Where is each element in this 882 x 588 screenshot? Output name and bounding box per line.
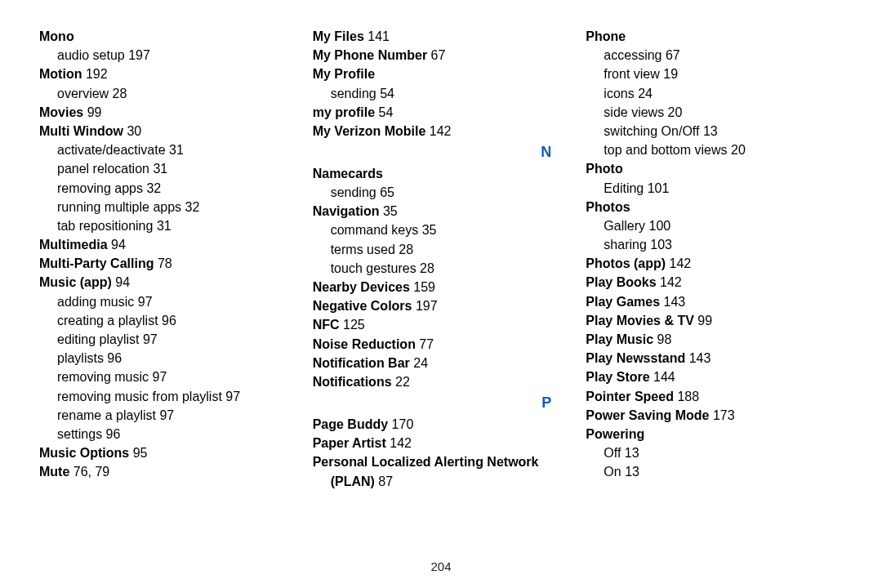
index-label: sending xyxy=(331,87,376,100)
index-label: Notifications xyxy=(313,375,392,389)
index-label: Nearby Devices xyxy=(313,280,410,294)
index-entry: My Files 141 xyxy=(313,27,570,46)
index-label: Play Books xyxy=(586,275,656,289)
index-page-ref: 192 xyxy=(86,67,108,81)
index-label: Personal Localized Alerting Network xyxy=(313,455,539,469)
index-label: My Verizon Mobile xyxy=(313,124,426,138)
index-subentry: On 13 xyxy=(586,462,843,481)
index-page-ref: 99 xyxy=(87,105,102,119)
index-label: removing music from playlist xyxy=(57,390,222,403)
index-entry: Play Store 144 xyxy=(586,368,843,386)
index-subentry: rename a playlist 97 xyxy=(39,406,296,425)
index-subentry: accessing 67 xyxy=(586,46,843,65)
index-page-ref: 142 xyxy=(660,275,682,289)
index-page-ref: 144 xyxy=(653,370,675,384)
index-label: Noise Reduction xyxy=(313,337,416,351)
index-page-ref: 141 xyxy=(368,29,390,43)
index-label: icons xyxy=(604,87,634,100)
index-page-ref: 97 xyxy=(225,390,240,403)
index-page-ref: 99 xyxy=(697,314,712,327)
index-label: Editing xyxy=(604,181,644,195)
index-label: Movies xyxy=(39,105,83,119)
index-page-ref: 13 xyxy=(625,465,639,479)
index-page-ref: 96 xyxy=(162,314,176,327)
index-entry: Paper Artist 142 xyxy=(313,434,570,452)
index-subentry: overview 28 xyxy=(39,84,296,103)
index-subentry: panel relocation 31 xyxy=(39,159,296,178)
index-section-letter: P xyxy=(313,391,570,415)
index-subentry: Gallery 100 xyxy=(586,216,843,235)
index-page-ref: 97 xyxy=(159,408,174,422)
index-page-ref: 142 xyxy=(670,256,692,270)
index-page-ref: 30 xyxy=(127,124,141,138)
index-label: Powering xyxy=(586,427,644,441)
index-page-ref: 67 xyxy=(431,48,446,62)
index-subentry: front view 19 xyxy=(586,65,843,83)
index-subentry: tab repositioning 31 xyxy=(39,216,296,235)
index-label: Paper Artist xyxy=(313,436,386,450)
index-page-ref: 67 xyxy=(666,48,680,62)
index-entry: Play Newsstand 143 xyxy=(586,349,843,368)
index-label: sending xyxy=(331,185,376,199)
index-entry: Play Music 98 xyxy=(586,330,843,349)
index-page-ref: 125 xyxy=(343,318,365,332)
index-label: Negative Colors xyxy=(313,299,412,313)
index-section-letter: N xyxy=(313,140,570,164)
index-label: my profile xyxy=(313,105,375,119)
index-page-ref: 87 xyxy=(378,474,393,488)
index-entry: Pointer Speed 188 xyxy=(586,387,843,406)
index-subentry: terms used 28 xyxy=(313,240,570,259)
index-label: Multimedia xyxy=(39,238,108,252)
index-page-ref: 31 xyxy=(153,162,167,176)
index-entry: Play Movies & TV 99 xyxy=(586,311,843,330)
index-label: command keys xyxy=(331,223,419,237)
index-page-ref: 97 xyxy=(138,295,153,309)
index-entry: Photos xyxy=(586,198,843,216)
index-label: panel relocation xyxy=(57,162,149,176)
index-label: switching On/Off xyxy=(604,124,699,138)
index-label: activate/deactivate xyxy=(57,143,166,157)
index-subentry: activate/deactivate 31 xyxy=(39,140,296,159)
index-label: terms used xyxy=(331,243,395,256)
index-label: Multi-Party Calling xyxy=(39,256,154,270)
index-subentry: touch gestures 28 xyxy=(313,259,570,278)
index-page-ref: 32 xyxy=(146,181,161,195)
index-page-ref: 20 xyxy=(731,143,746,157)
index-entry: Power Saving Mode 173 xyxy=(586,406,843,425)
index-page-ref: 28 xyxy=(113,87,127,100)
index-entry: Namecards xyxy=(313,164,570,183)
index-label: Pointer Speed xyxy=(586,390,674,403)
index-entry: Negative Colors 197 xyxy=(313,296,570,315)
index-page-ref: 78 xyxy=(158,256,172,270)
index-subentry: command keys 35 xyxy=(313,220,570,239)
index-label: Play Movies & TV xyxy=(586,314,694,327)
index-page-ref: 197 xyxy=(128,48,150,62)
index-entry: Play Books 142 xyxy=(586,273,843,292)
index-page-ref: 98 xyxy=(657,332,672,346)
index-page-ref: 142 xyxy=(430,124,452,138)
index-page-ref: 28 xyxy=(399,243,413,256)
index-page-ref: 31 xyxy=(157,219,172,233)
index-page-ref: 65 xyxy=(380,185,394,199)
index-label: Motion xyxy=(39,67,82,81)
index-label: Power Saving Mode xyxy=(586,408,709,422)
index-entry: Noise Reduction 77 xyxy=(313,335,570,354)
index-label: On xyxy=(604,465,621,479)
index-page-ref: 103 xyxy=(650,238,672,252)
index-entry: Powering xyxy=(586,425,843,443)
index-label: Photo xyxy=(586,162,622,176)
index-entry: Photos (app) 142 xyxy=(586,254,843,273)
index-page-ref: 35 xyxy=(422,223,437,237)
index-label: running multiple apps xyxy=(57,200,181,214)
index-label: front view xyxy=(604,67,659,81)
index-entry: Multi Window 30 xyxy=(39,122,296,140)
index-label: Navigation xyxy=(313,204,380,218)
index-page-ref: 76, 79 xyxy=(74,465,109,479)
index-entry: Notifications 22 xyxy=(313,372,570,391)
index-label: top and bottom views xyxy=(604,143,727,157)
index-label: overview xyxy=(57,87,109,100)
index-entry: Nearby Devices 159 xyxy=(313,278,570,296)
index-label: Play Music xyxy=(586,332,653,346)
index-label: Mono xyxy=(39,29,74,43)
index-page-ref: 97 xyxy=(143,332,158,346)
